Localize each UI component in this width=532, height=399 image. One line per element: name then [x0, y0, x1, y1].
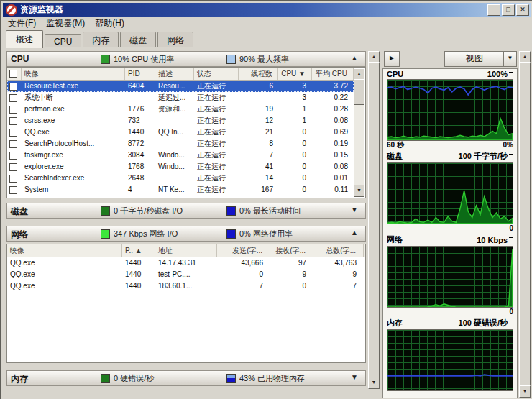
- menu-item[interactable]: 监视器(M): [41, 17, 90, 30]
- scroll-down-icon[interactable]: ▼: [354, 185, 364, 197]
- table-cell: 0.11: [312, 184, 354, 196]
- table-cell: 0.01: [312, 173, 354, 184]
- column-header[interactable]: 描述: [155, 68, 194, 80]
- view-button[interactable]: 视图: [444, 51, 505, 67]
- row-checkbox[interactable]: [9, 94, 17, 102]
- table-cell: 0.08: [312, 115, 354, 127]
- graphs-scrollbar[interactable]: ▲ ▼: [519, 51, 531, 398]
- table-cell: 1440: [122, 280, 155, 292]
- table-cell: 3.72: [312, 81, 354, 92]
- table-cell: 0: [270, 280, 313, 292]
- column-header[interactable]: 总数(字...: [313, 244, 364, 257]
- disk-section-header[interactable]: 磁盘 0 千字节/秒磁盘 I/O 0% 最长活动时间 ▼: [6, 203, 366, 219]
- row-checkbox[interactable]: [9, 186, 17, 194]
- table-row[interactable]: perfmon.exe1776资源和...正在运行1910.28: [7, 104, 354, 115]
- column-header[interactable]: CPU ▼: [278, 68, 312, 80]
- disk-expand-icon[interactable]: ▼: [351, 206, 358, 214]
- graph-block-1: 磁盘100 千字节/秒0: [383, 150, 517, 234]
- view-dropdown-icon[interactable]: ▼: [503, 51, 517, 67]
- row-checkbox[interactable]: [9, 117, 17, 125]
- memory-section-title: 内存: [11, 373, 28, 385]
- table-cell: 资源和...: [155, 104, 194, 115]
- table-cell: SearchProtocolHost...: [22, 138, 125, 150]
- maximize-button[interactable]: □: [502, 4, 515, 16]
- column-header[interactable]: 线程数: [239, 68, 278, 80]
- column-header[interactable]: P.. ▲: [122, 244, 155, 257]
- table-row[interactable]: QQ.exe1440QQ In...正在运行2100.69: [7, 127, 354, 138]
- table-cell: 43,666: [217, 257, 270, 269]
- cpu-table-scrollbar[interactable]: ▲ ▼: [354, 68, 364, 197]
- column-header[interactable]: 状态: [194, 68, 239, 80]
- network-collapse-icon[interactable]: ▲: [351, 229, 358, 237]
- column-header[interactable]: 地址: [155, 244, 217, 257]
- table-cell: QQ.exe: [7, 280, 122, 292]
- table-cell: 0: [278, 138, 312, 150]
- tab-概述[interactable]: 概述: [6, 30, 43, 48]
- memory-expand-icon[interactable]: ▼: [351, 373, 358, 381]
- table-row[interactable]: SearchProtocolHost...8772正在运行800.19: [7, 138, 354, 150]
- close-button[interactable]: ✕: [516, 4, 529, 16]
- row-checkbox[interactable]: [9, 83, 17, 91]
- table-cell: 41: [239, 161, 278, 173]
- scroll-down-icon[interactable]: ▼: [368, 377, 380, 389]
- table-row[interactable]: csrss.exe732正在运行1210.08: [7, 115, 354, 127]
- scale-bracket: [509, 237, 513, 242]
- table-row[interactable]: explorer.exe1768Windo...正在运行4100.08: [7, 161, 354, 173]
- scrollbar-thumb[interactable]: [519, 62, 531, 387]
- memory-faults-swatch: [101, 374, 110, 383]
- table-cell: QQ.exe: [22, 127, 125, 138]
- table-cell: 3: [278, 92, 312, 104]
- table-cell: 0.69: [312, 127, 354, 138]
- tab-CPU[interactable]: CPU: [45, 34, 81, 48]
- table-row[interactable]: QQ.exe144014.17.43.3143,6669743,763: [7, 257, 365, 269]
- table-cell: 0.15: [312, 150, 354, 161]
- titlebar[interactable]: 资源监视器 _ □ ✕: [3, 3, 531, 17]
- table-row[interactable]: QQ.exe1440183.60.1...707: [7, 280, 365, 292]
- memory-section-header[interactable]: 内存 0 硬错误/秒 43% 已用物理内存 ▼: [6, 370, 366, 386]
- scroll-down-icon[interactable]: ▼: [519, 385, 531, 398]
- graph-block-3: 内存100 硬错误/秒: [383, 317, 517, 398]
- column-header[interactable]: 接收(字...: [270, 244, 313, 257]
- row-checkbox[interactable]: [9, 152, 17, 160]
- column-header[interactable]: 平均 CPU: [312, 68, 354, 80]
- column-header[interactable]: 映像: [22, 68, 125, 80]
- table-cell: 0.08: [312, 161, 354, 173]
- scrollbar-thumb[interactable]: [368, 62, 380, 378]
- expand-panel-button[interactable]: ▶: [384, 51, 400, 67]
- table-cell: 正在运行: [194, 115, 239, 127]
- cpu-process-table: 映像PID描述状态线程数CPU ▼平均 CPUResoureTest.exe64…: [6, 67, 366, 198]
- select-all-checkbox[interactable]: [9, 70, 17, 78]
- row-checkbox[interactable]: [9, 140, 17, 148]
- table-cell: 0: [278, 184, 312, 196]
- tab-内存[interactable]: 内存: [83, 32, 119, 48]
- graph-scale-label: 100 千字节/秒: [459, 151, 508, 162]
- column-header[interactable]: 发送(字...: [217, 244, 270, 257]
- menu-item[interactable]: 帮助(H): [90, 17, 129, 30]
- scrollbar-thumb[interactable]: [354, 79, 364, 105]
- column-header[interactable]: 映像: [7, 244, 122, 257]
- table-cell: 1440: [125, 127, 155, 138]
- table-row[interactable]: ResoureTest.exe6404Resou...正在运行633.72: [7, 81, 354, 92]
- tab-磁盘[interactable]: 磁盘: [120, 32, 156, 48]
- cpu-collapse-icon[interactable]: ▲: [351, 54, 358, 62]
- table-cell: 1768: [125, 161, 155, 173]
- table-row[interactable]: SearchIndexer.exe2648正在运行1400.01: [7, 173, 354, 184]
- row-checkbox[interactable]: [9, 129, 17, 137]
- table-row[interactable]: QQ.exe1440test-PC....099: [7, 269, 365, 280]
- table-row[interactable]: System4NT Ke...正在运行16700.11: [7, 184, 354, 196]
- network-section-header[interactable]: 网络 347 Kbps 网络 I/O 0% 网络使用率 ▲: [6, 226, 366, 242]
- table-row[interactable]: 系统中断-延迟过...正在运行-30.22: [7, 92, 354, 104]
- row-checkbox[interactable]: [9, 163, 17, 171]
- menu-item[interactable]: 文件(F): [3, 17, 41, 30]
- row-checkbox[interactable]: [9, 175, 17, 183]
- table-row[interactable]: taskmgr.exe3084Windo...正在运行700.15: [7, 150, 354, 161]
- cpu-section-header[interactable]: CPU 10% CPU 使用率 90% 最大频率 ▲: [6, 51, 366, 67]
- table-cell: 3: [278, 81, 312, 92]
- client-area: CPU 10% CPU 使用率 90% 最大频率 ▲ 映像PID描述状态线程数C…: [3, 47, 531, 398]
- column-header[interactable]: PID: [125, 68, 155, 80]
- row-checkbox[interactable]: [9, 106, 17, 114]
- window-title: 资源监视器: [20, 4, 486, 16]
- minimize-button[interactable]: _: [487, 4, 500, 16]
- overview-scrollbar[interactable]: ▲ ▼: [368, 51, 380, 389]
- tab-网络[interactable]: 网络: [157, 32, 193, 48]
